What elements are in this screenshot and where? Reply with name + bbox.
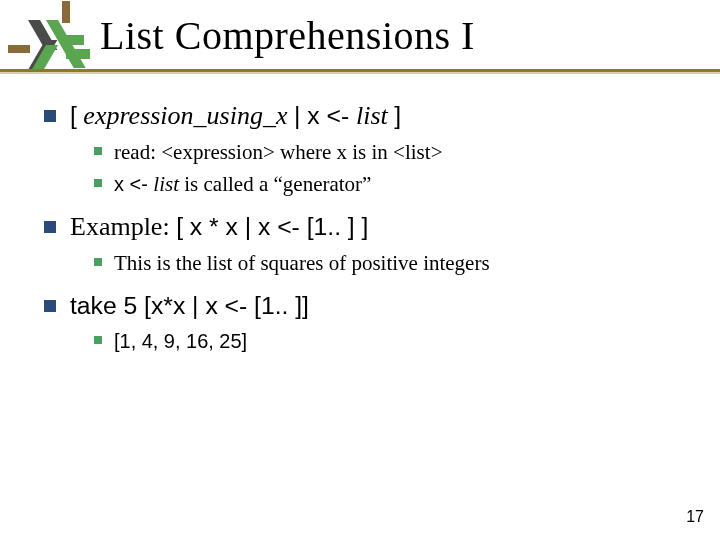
slide-body: [ expression_using_x | x <- list ] read:… [40,100,690,369]
take-code: take 5 [x*x | x <- [1.. ]] [70,292,309,319]
syntax-arrow: x <- [300,102,356,129]
bullet-syntax: [ expression_using_x | x <- list ] read:… [40,100,690,197]
sub-example-desc: This is the list of squares of positive … [90,250,690,276]
sub-take-result: [1, 4, 9, 16, 25] [90,328,690,354]
syntax-bracket-close: ] [394,102,401,129]
example-label: Example: [70,212,176,241]
bullet-example: Example: [ x * x | x <- [1.. ] ] This is… [40,211,690,276]
slide-title: List Comprehensions I [100,12,700,59]
sub-generator: x <- list is called a “generator” [90,171,690,197]
page-number: 17 [686,508,704,526]
bullet-take: take 5 [x*x | x <- [1.. ]] [1, 4, 9, 16,… [40,290,690,355]
syntax-list: list [356,101,394,130]
title-rule-shadow [0,72,720,74]
slide: List Comprehensions I [ expression_using… [0,0,720,540]
syntax-expression: expression_using_x [77,101,294,130]
example-code: [ x * x | x <- [1.. ] ] [176,213,368,240]
syntax-bracket-open: [ [70,102,77,129]
haskell-logo-icon [18,15,88,71]
sub-read-as: read: <expression> where x is in <list> [90,139,690,165]
